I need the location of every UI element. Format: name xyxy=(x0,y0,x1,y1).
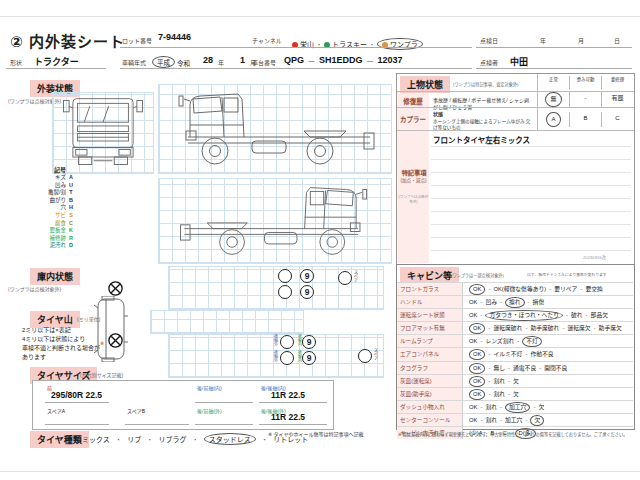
era-heisei[interactable]: 平成 xyxy=(152,56,175,68)
cabin-option[interactable]: 運転席欠 xyxy=(567,325,590,331)
date-underline xyxy=(476,47,632,48)
cabin-option[interactable]: 割れ xyxy=(485,417,497,423)
cabin-row: ルームランプOK-レンズ割れ-不灯 xyxy=(397,334,633,347)
tire-tread-value[interactable]: 9 xyxy=(300,285,314,299)
rear-rear-out-value[interactable]: 11R 22.5 xyxy=(271,412,305,422)
year-value[interactable]: 28 xyxy=(203,55,213,65)
cabin-option-selected[interactable]: ガタつき・ほつれ・へたり xyxy=(485,310,563,321)
shape-value[interactable]: トラクター xyxy=(34,55,79,68)
tire-circle-empty[interactable] xyxy=(280,351,294,365)
lot-value[interactable]: 7-94446 xyxy=(158,32,191,42)
cabin-option-selected[interactable]: OK xyxy=(469,363,485,374)
spare-tire-circle[interactable] xyxy=(338,271,352,285)
cabin-option[interactable]: 通電不良 xyxy=(513,365,536,371)
cabin-option[interactable]: 要交換 xyxy=(585,286,602,292)
cabin-option[interactable]: 割れ xyxy=(493,391,505,397)
tire-tread-value[interactable]: 9 xyxy=(300,269,314,283)
separator: - xyxy=(500,404,502,410)
cabin-option[interactable]: レンズ割れ xyxy=(485,338,514,344)
inspector-value[interactable]: 中田 xyxy=(510,55,528,68)
cabin-option[interactable]: 要リペア xyxy=(554,286,577,292)
cabin-option[interactable]: 助手席破れ xyxy=(530,325,559,331)
rating-cell[interactable]: 有歴 xyxy=(601,92,633,107)
cabin-option[interactable]: 破れ xyxy=(571,312,583,318)
option-selected[interactable]: スタッドレス xyxy=(204,433,256,445)
tire-tread-value[interactable]: 9 xyxy=(302,351,316,365)
era-reiwa[interactable]: 令和 xyxy=(177,58,190,68)
cabin-option[interactable]: 欠 xyxy=(513,378,519,384)
cabin-option-selected[interactable]: OK xyxy=(469,284,485,295)
shape-underline xyxy=(6,68,106,69)
cabin-option[interactable]: イルミ不灯 xyxy=(493,351,522,357)
tire-tread-line-1: 2ミリ以下は×表記 xyxy=(22,326,71,335)
cabin-option[interactable]: 助手席欠 xyxy=(599,325,622,331)
separator: - xyxy=(594,325,596,331)
tire-circle-empty[interactable] xyxy=(278,285,292,299)
month-value[interactable]: 1 xyxy=(240,55,245,65)
separator: - xyxy=(488,378,490,384)
chassis-value[interactable]: QPG ― SH1EDDG ― 12037 xyxy=(284,55,403,65)
cabin-option-selected[interactable]: OK xyxy=(469,323,485,334)
tire-circle-empty[interactable] xyxy=(280,335,294,349)
legend-item: キズA xyxy=(16,174,76,182)
legend-code: S xyxy=(66,212,76,220)
front-tire-value[interactable]: 295/80R 22.5 xyxy=(51,390,102,400)
special-notes-label: 特記事項 xyxy=(399,168,429,177)
cabin-option[interactable]: OK xyxy=(469,404,477,410)
cabin-option[interactable]: 損傷 xyxy=(533,299,545,305)
cabin-option[interactable]: 凹み xyxy=(485,299,497,305)
tire-tread-value[interactable]: 9 xyxy=(302,335,316,349)
separator: - xyxy=(480,299,482,305)
rating-cell[interactable]: C xyxy=(601,112,633,127)
cabin-option-selected[interactable]: 擦れ xyxy=(505,297,525,308)
cabin-option[interactable]: 開閉不良 xyxy=(544,365,567,371)
rating-cell[interactable]: B xyxy=(569,112,601,127)
tire-x-mark-front-left[interactable] xyxy=(108,281,123,300)
legend-item: 腐食C xyxy=(16,220,76,228)
option-item[interactable]: リブラグ xyxy=(158,436,186,443)
cabin-option-selected[interactable]: 加工穴 xyxy=(505,402,530,413)
coupler-values: ABC xyxy=(537,112,633,127)
rear-rear-in-value[interactable]: 11R 22.5 xyxy=(271,390,305,400)
cabin-option[interactable]: 部品欠 xyxy=(591,312,608,318)
cabin-option[interactable]: 無し xyxy=(493,365,505,371)
cabin-option[interactable]: OK xyxy=(469,338,477,344)
cabin-option-selected[interactable]: OK xyxy=(469,389,485,400)
cabin-option[interactable]: OK xyxy=(469,312,477,318)
cabin-option[interactable]: OK xyxy=(469,299,477,305)
rear-front-out-label: 後/前軸(外) xyxy=(197,407,222,414)
rating-cell[interactable]: A xyxy=(537,112,569,127)
cabin-option[interactable]: 割れ xyxy=(493,378,505,384)
cabin-option[interactable]: 作動不良 xyxy=(530,351,553,357)
cabin-option-selected[interactable]: OK xyxy=(469,349,485,360)
cabin-option-selected[interactable]: 欠 xyxy=(530,415,544,426)
cabin-option[interactable]: OK xyxy=(469,417,477,423)
cabin-option[interactable]: OK(軽微な傷等あり) xyxy=(493,286,546,292)
cabin-option-selected[interactable]: OK xyxy=(469,376,485,387)
legend-label: 泥汚れ xyxy=(49,242,66,250)
rating-cell[interactable]: - xyxy=(569,92,601,107)
separator: - xyxy=(488,325,490,331)
option-item[interactable]: リブ xyxy=(127,436,141,443)
date-unit-day: 日 xyxy=(614,36,620,45)
spare-tire-circle[interactable] xyxy=(358,349,372,363)
rating-cell[interactable]: 無 xyxy=(537,92,569,107)
separator: - xyxy=(533,404,535,410)
tire-circle-empty[interactable] xyxy=(278,269,292,283)
cabin-option[interactable]: 割れ xyxy=(485,404,497,410)
tire-x-mark-rear-left[interactable] xyxy=(108,333,123,352)
legend-label: 要板金 xyxy=(49,227,66,235)
channel-option[interactable]: ワンプラ xyxy=(377,38,423,50)
legend-code: H xyxy=(66,204,76,212)
separator: - xyxy=(488,391,490,397)
year-unit: 年 xyxy=(218,58,224,67)
cabin-option[interactable]: 運転席破れ xyxy=(493,325,522,331)
cabin-option[interactable]: 加工穴 xyxy=(505,417,522,423)
separator: - xyxy=(508,365,510,371)
body-hand-note[interactable]: フロントタイヤ左右ミックス xyxy=(433,134,530,145)
cabin-option[interactable]: 欠 xyxy=(513,391,519,397)
option-item[interactable]: ミックス xyxy=(82,436,110,443)
legend-label: キズ xyxy=(55,174,66,182)
cabin-option-selected[interactable]: 不灯 xyxy=(522,336,542,347)
cabin-option[interactable]: 欠 xyxy=(538,404,544,410)
